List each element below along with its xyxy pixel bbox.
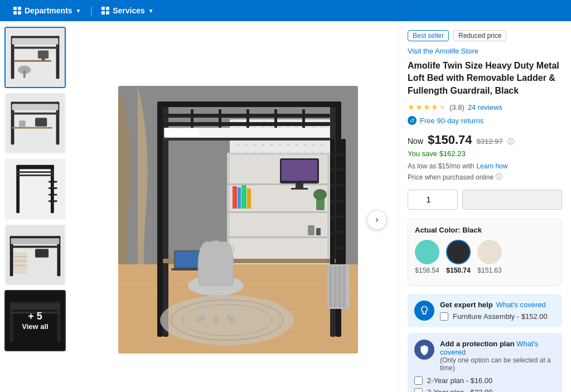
svg-rect-8 bbox=[42, 59, 45, 61]
svg-point-73 bbox=[245, 143, 248, 146]
svg-rect-4 bbox=[11, 47, 60, 49]
protection-title-area: Add a protection plan What's covered (On… bbox=[440, 340, 555, 372]
store-link[interactable]: Visit the Amolife Store bbox=[408, 47, 562, 55]
svg-rect-187 bbox=[330, 184, 346, 187]
thumbnail-2[interactable] bbox=[4, 93, 66, 154]
furniture-assembly-option: Furniture Assembly - $152.00 bbox=[440, 312, 555, 321]
color-label: Actual Color: Black bbox=[415, 226, 555, 234]
price-online-row: Price when purchased online ⓘ bbox=[408, 172, 562, 182]
svg-rect-28 bbox=[49, 194, 57, 196]
price-info-icon[interactable]: ⓘ bbox=[507, 137, 514, 147]
color-option-teal[interactable]: $158.54 bbox=[415, 240, 439, 274]
protection-2yr-checkbox[interactable] bbox=[414, 376, 423, 385]
svg-rect-190 bbox=[330, 231, 346, 234]
svg-rect-34 bbox=[10, 246, 61, 248]
protection-2yr-option: 2-Year plan - $16.00 bbox=[414, 376, 555, 385]
protection-title-label: Add a protection plan bbox=[440, 340, 515, 348]
price-section: Now $150.74 $312.97 ⓘ You save $162.23 A… bbox=[408, 133, 562, 182]
departments-button[interactable]: Departments ▼ bbox=[9, 4, 86, 17]
svg-rect-19 bbox=[19, 120, 26, 127]
services-button[interactable]: Services ▼ bbox=[97, 4, 158, 17]
svg-rect-138 bbox=[246, 109, 249, 129]
svg-rect-29 bbox=[49, 200, 57, 202]
thumbnail-1[interactable] bbox=[4, 27, 66, 88]
svg-rect-38 bbox=[13, 261, 27, 262]
black-swatch[interactable] bbox=[446, 240, 471, 264]
view-all-label: View all bbox=[22, 322, 48, 331]
color-option-beige[interactable]: $151.63 bbox=[477, 240, 502, 274]
black-price: $150.74 bbox=[446, 267, 470, 274]
main-image-area: › bbox=[78, 21, 398, 392]
services-label: Services bbox=[113, 6, 145, 15]
svg-rect-195 bbox=[338, 266, 341, 307]
star-1: ★ bbox=[408, 103, 415, 112]
color-option-black[interactable]: $150.74 bbox=[446, 240, 471, 274]
quantity-input[interactable] bbox=[408, 190, 458, 210]
svg-rect-157 bbox=[282, 160, 317, 181]
color-section: Actual Color: Black $158.54 $150.74 $151… bbox=[408, 219, 562, 286]
protection-options: 2-Year plan - $16.00 3-Year plan - $22.0… bbox=[414, 376, 555, 392]
next-image-button[interactable]: › bbox=[367, 210, 387, 230]
expert-help-content: Get expert help What's covered Furniture… bbox=[440, 301, 555, 321]
svg-rect-36 bbox=[13, 252, 27, 274]
returns-text: Free 90-day returns bbox=[420, 117, 483, 125]
svg-point-78 bbox=[287, 143, 289, 146]
svg-rect-139 bbox=[274, 109, 277, 129]
thumbnail-3[interactable] bbox=[4, 158, 66, 220]
learn-how-link[interactable]: Learn how bbox=[476, 162, 507, 170]
add-to-cart-btn[interactable] bbox=[462, 190, 562, 210]
reduced-price-badge: Reduced price bbox=[453, 30, 506, 41]
color-label-text: Actual Color: bbox=[415, 226, 461, 234]
header: Departments ▼ | Services ▼ bbox=[0, 0, 571, 21]
svg-rect-185 bbox=[330, 153, 346, 156]
thumbnail-4[interactable] bbox=[4, 224, 66, 285]
protection-3yr-option: 3-Year plan - $22.00 bbox=[414, 388, 555, 392]
svg-point-79 bbox=[296, 143, 298, 146]
review-count-link[interactable]: 24 reviews bbox=[468, 103, 502, 112]
price-online-info-icon[interactable]: ⓘ bbox=[496, 172, 502, 182]
departments-label: Departments bbox=[25, 6, 72, 15]
svg-point-72 bbox=[237, 143, 239, 146]
svg-rect-149 bbox=[227, 183, 327, 185]
svg-rect-10 bbox=[23, 70, 26, 78]
services-chevron-icon: ▼ bbox=[148, 8, 154, 14]
expert-help-icon-wrap bbox=[414, 301, 434, 321]
svg-rect-23 bbox=[16, 165, 54, 170]
expert-help-section: Get expert help What's covered Furniture… bbox=[408, 294, 562, 327]
svg-point-80 bbox=[304, 143, 306, 146]
price-original: $312.97 bbox=[477, 137, 503, 146]
price-now-label: Now bbox=[408, 137, 423, 146]
header-divider: | bbox=[90, 5, 93, 17]
svg-rect-188 bbox=[330, 200, 346, 202]
svg-rect-154 bbox=[241, 185, 246, 209]
best-seller-badge: Best seller bbox=[408, 30, 449, 41]
price-online-label: Price when purchased online bbox=[408, 173, 493, 181]
svg-rect-167 bbox=[175, 251, 201, 267]
svg-rect-159 bbox=[291, 188, 308, 190]
shield-icon bbox=[419, 344, 430, 355]
expert-help-title: Get expert help What's covered bbox=[440, 301, 555, 309]
expert-help-whats-covered-link[interactable]: What's covered bbox=[496, 301, 546, 309]
returns-icon: ↺ bbox=[408, 116, 417, 125]
beige-swatch[interactable] bbox=[477, 240, 502, 264]
star-rating: ★ ★ ★ ★ ★ bbox=[408, 103, 446, 112]
svg-rect-15 bbox=[11, 113, 60, 115]
svg-rect-193 bbox=[329, 266, 332, 307]
svg-rect-37 bbox=[13, 257, 27, 257]
svg-rect-144 bbox=[163, 138, 330, 141]
svg-point-77 bbox=[279, 143, 281, 146]
svg-rect-24 bbox=[16, 171, 54, 173]
services-grid-icon bbox=[101, 7, 109, 14]
svg-rect-191 bbox=[330, 246, 346, 249]
svg-rect-35 bbox=[11, 238, 60, 244]
furniture-assembly-checkbox[interactable] bbox=[440, 312, 448, 321]
svg-rect-153 bbox=[238, 187, 241, 209]
svg-rect-186 bbox=[330, 168, 346, 171]
protection-3yr-checkbox[interactable] bbox=[414, 388, 423, 392]
thumbnail-view-all[interactable]: + 5 View all bbox=[4, 290, 66, 351]
svg-point-198 bbox=[313, 189, 327, 200]
thumbnail-sidebar: + 5 View all bbox=[0, 21, 78, 392]
teal-swatch[interactable] bbox=[415, 240, 439, 264]
svg-rect-158 bbox=[296, 183, 303, 188]
svg-point-81 bbox=[312, 143, 314, 146]
